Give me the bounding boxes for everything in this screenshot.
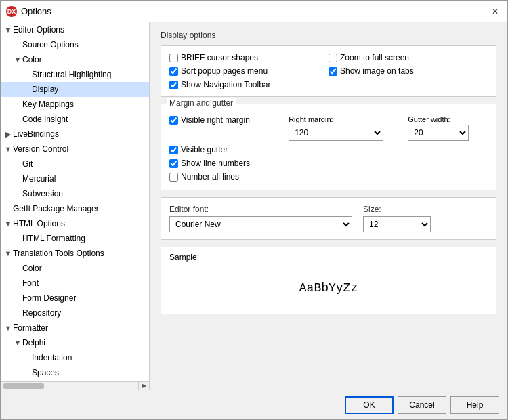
show-image-label: Show image on tabs <box>340 66 414 76</box>
sidebar-item-label: Code Insight <box>22 114 68 124</box>
gutter-width-header: Gutter width: <box>408 115 488 123</box>
sort-popup-label: Sort popup pages menu <box>181 66 268 76</box>
sidebar-item-spaces[interactable]: Spaces <box>1 365 149 380</box>
number-all-lines-checkbox[interactable]: Number all lines <box>169 172 488 182</box>
sort-popup-input[interactable] <box>169 67 178 76</box>
sidebar-item-html-formatting[interactable]: HTML Formatting <box>1 231 149 246</box>
sidebar-item-editor-options[interactable]: ▼ Editor Options <box>1 22 149 37</box>
sidebar-item-trans-font[interactable]: Font <box>1 276 149 291</box>
sidebar-item-livebindings[interactable]: ▶ LiveBindings <box>1 127 149 142</box>
visible-gutter-input[interactable] <box>169 146 178 154</box>
show-image-input[interactable] <box>329 67 337 76</box>
show-nav-toolbar-checkbox[interactable]: Show Navigation Toolbar <box>169 80 488 89</box>
sidebar-item-git[interactable]: Git <box>1 156 149 171</box>
expand-icon: ▼ <box>13 56 22 64</box>
sidebar-item-label: Mercurial <box>22 174 56 184</box>
expand-icon: ▶ <box>3 130 13 139</box>
show-line-numbers-input[interactable] <box>169 159 178 168</box>
brief-cursor-input[interactable] <box>169 54 178 62</box>
show-nav-input[interactable] <box>169 81 178 89</box>
sidebar-item-label: GetIt Package Manager <box>13 204 99 213</box>
margin-gutter-section: Margin and gutter Visible right margin R… <box>161 104 496 190</box>
sidebar-item-label: Delphi <box>22 338 45 348</box>
margin-gutter-label: Margin and gutter <box>167 98 236 108</box>
sidebar-item-html-options[interactable]: ▼ HTML Options <box>1 216 149 231</box>
sidebar-item-label: LiveBindings <box>13 129 59 139</box>
ok-button[interactable]: OK <box>345 396 394 414</box>
visible-gutter-label: Visible gutter <box>181 145 228 154</box>
gutter-width-select[interactable]: 20 <box>408 125 469 141</box>
show-line-numbers-label: Show line numbers <box>181 159 250 168</box>
sidebar-item-source-options[interactable]: Source Options <box>1 37 149 52</box>
tree-scroll[interactable]: ▼ Editor Options Source Options ▼ Color <box>1 22 149 381</box>
sidebar-item-mercurial[interactable]: Mercurial <box>1 171 149 186</box>
sidebar-item-label: HTML Formatting <box>22 234 85 243</box>
sidebar-item-label: Editor Options <box>13 25 64 35</box>
font-section: Editor font: Courier New Arial Consolas … <box>161 197 496 240</box>
expand-icon: ▼ <box>3 26 13 34</box>
sidebar-item-color[interactable]: ▼ Color <box>1 52 149 67</box>
show-line-numbers-checkbox[interactable]: Show line numbers <box>169 159 488 168</box>
visible-right-margin-input[interactable] <box>169 116 178 125</box>
sample-label: Sample: <box>169 253 488 262</box>
help-button[interactable]: Help <box>450 396 499 414</box>
sidebar-item-label: Color <box>22 55 42 64</box>
sidebar-item-label: Translation Tools Options <box>13 249 104 258</box>
title-bar: DX Options ✕ <box>1 1 507 22</box>
sidebar-item-repository[interactable]: Repository <box>1 306 149 320</box>
sidebar-item-translation-tools[interactable]: ▼ Translation Tools Options <box>1 246 149 261</box>
visible-right-margin-label: Visible right margin <box>181 115 250 125</box>
sample-text: AaBbYyZz <box>169 268 488 308</box>
zoom-full-input[interactable] <box>329 54 337 62</box>
size-label: Size: <box>363 205 431 214</box>
sidebar-item-label: Git <box>22 159 33 169</box>
app-icon: DX <box>6 6 17 17</box>
sidebar-item-form-designer[interactable]: Form Designer <box>1 291 149 306</box>
dialog-title: Options <box>21 6 51 16</box>
scroll-right-button[interactable]: ▶ <box>138 382 149 390</box>
editor-font-select[interactable]: Courier New Arial Consolas Lucida Consol… <box>169 216 352 232</box>
number-all-lines-input[interactable] <box>169 173 178 182</box>
sort-popup-checkbox[interactable]: Sort popup pages menu <box>169 66 329 76</box>
options-dialog: DX Options ✕ ▼ Editor Options Sourc <box>0 0 508 420</box>
scroll-thumb[interactable] <box>3 383 44 389</box>
size-select[interactable]: 8 9 10 11 12 14 16 18 <box>363 216 431 232</box>
right-margin-select[interactable]: 120 <box>289 125 383 141</box>
sidebar-item-delphi[interactable]: ▼ Delphi <box>1 335 149 350</box>
brief-cursor-checkbox[interactable]: BRIEF cursor shapes <box>169 53 329 62</box>
sidebar-item-code-insight[interactable]: Code Insight <box>1 112 149 127</box>
expand-icon: ▼ <box>3 324 13 332</box>
sidebar-item-structural-highlighting[interactable]: Structural Highlighting <box>1 67 149 82</box>
sidebar-item-label: Spaces <box>32 368 59 377</box>
visible-right-margin-checkbox[interactable]: Visible right margin <box>169 115 283 125</box>
brief-cursor-label: BRIEF cursor shapes <box>181 53 258 62</box>
sidebar-item-display[interactable]: Display <box>1 82 149 97</box>
display-options-group: BRIEF cursor shapes Zoom to full screen <box>161 45 496 97</box>
expand-icon: ▼ <box>3 145 13 153</box>
sidebar-item-label: Repository <box>22 308 61 318</box>
settings-panel: Display options BRIEF cursor shapes <box>150 22 507 390</box>
sidebar-item-subversion[interactable]: Subversion <box>1 186 149 201</box>
sample-section: Sample: AaBbYyZz <box>161 247 496 314</box>
expand-icon: ▼ <box>3 219 13 228</box>
cancel-button[interactable]: Cancel <box>398 396 446 414</box>
sidebar-item-label: Font <box>22 278 39 288</box>
sidebar-item-getit[interactable]: ▶ GetIt Package Manager <box>1 201 149 216</box>
zoom-full-checkbox[interactable]: Zoom to full screen <box>329 53 488 62</box>
sidebar-item-indentation[interactable]: Indentation <box>1 350 149 365</box>
main-content: ▼ Editor Options Source Options ▼ Color <box>1 22 507 390</box>
sidebar-item-label: HTML Options <box>13 219 65 228</box>
horizontal-scrollbar[interactable]: ▶ <box>1 381 149 390</box>
expand-icon: ▼ <box>13 339 22 347</box>
close-button[interactable]: ✕ <box>488 5 502 18</box>
sidebar-item-trans-color[interactable]: Color <box>1 261 149 276</box>
sidebar-item-label: Display <box>32 85 58 94</box>
sidebar-item-key-mappings[interactable]: Key Mappings <box>1 97 149 112</box>
sidebar-item-version-control[interactable]: ▼ Version Control <box>1 142 149 156</box>
sidebar-item-label: Color <box>22 264 42 273</box>
sidebar-item-formatter[interactable]: ▼ Formatter <box>1 320 149 335</box>
visible-gutter-checkbox[interactable]: Visible gutter <box>169 145 488 154</box>
show-image-checkbox[interactable]: Show image on tabs <box>329 66 488 76</box>
sidebar-item-label: Form Designer <box>22 293 76 303</box>
expand-icon: ▼ <box>3 249 13 257</box>
